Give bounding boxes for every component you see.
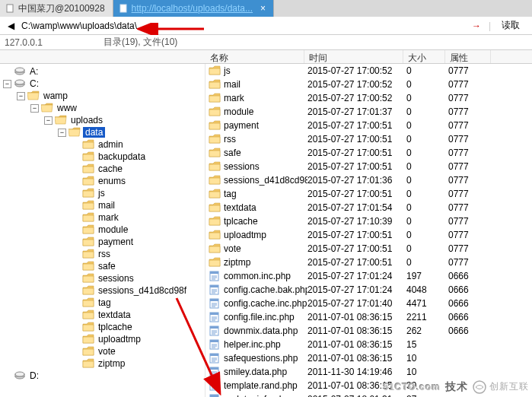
tree-node[interactable]: ziptmp — [0, 357, 205, 370]
file-row[interactable]: config.file.inc.php2011-07-01 08:36:1522… — [205, 310, 532, 324]
file-row[interactable]: update_info.php2015-07-27 18:01:3127 — [205, 392, 532, 397]
file-row[interactable]: template.rand.php2011-07-01 08:36:1539 — [205, 379, 532, 392]
tree-toggle — [72, 275, 80, 283]
tree-node[interactable]: admin — [0, 138, 205, 151]
tree-toggle — [72, 165, 80, 173]
tree-node[interactable]: js — [0, 187, 205, 199]
file-row[interactable]: sessions_d41d8cd98f2015-07-27 17:01:3600… — [205, 173, 532, 187]
svg-rect-108 — [210, 326, 218, 329]
file-time: 2015-07-27 17:00:52 — [307, 93, 406, 103]
col-size[interactable]: 大小 — [403, 50, 445, 63]
tree-node[interactable]: mail — [0, 199, 205, 211]
app-icon — [118, 3, 129, 14]
file-name: tplcache — [224, 216, 307, 227]
folder-icon — [209, 216, 221, 227]
tree-label: payment — [97, 237, 135, 247]
list-header: 名称 时间 大小 属性 — [0, 50, 532, 64]
folder-tree[interactable]: A:−C:−wamp−www−uploads−dataadminbackupda… — [0, 64, 205, 397]
folder-icon — [82, 334, 94, 345]
tree-node[interactable]: tag — [0, 297, 205, 309]
file-row[interactable]: vote2015-07-27 17:00:5100777 — [205, 242, 532, 256]
tree-toggle[interactable]: − — [3, 80, 11, 88]
file-row[interactable]: rss2015-07-27 17:00:5100777 — [205, 132, 532, 146]
svg-rect-31 — [83, 227, 94, 233]
file-time: 2015-07-27 17:00:51 — [307, 134, 406, 145]
tree-node[interactable]: −wamp — [0, 90, 205, 102]
tab-2[interactable]: http://localhost/uploads/data... × — [113, 0, 274, 17]
tree-node[interactable]: mark — [0, 211, 205, 224]
tree-node[interactable]: −C: — [0, 78, 205, 90]
file-row[interactable]: helper.inc.php2011-07-01 08:36:1515 — [205, 338, 532, 351]
tree-node[interactable]: payment — [0, 236, 205, 248]
tree-node[interactable]: −uploads — [0, 114, 205, 126]
col-name[interactable]: 名称 — [205, 50, 304, 63]
file-time: 2015-07-27 17:00:51 — [307, 189, 406, 199]
tree-node[interactable]: rss — [0, 248, 205, 260]
tree-node[interactable]: sessions — [0, 272, 205, 284]
tree-node[interactable]: −data — [0, 126, 205, 138]
file-name: ziptmp — [224, 257, 307, 268]
file-icon — [209, 394, 221, 397]
file-attr: 0777 — [448, 175, 494, 186]
file-row[interactable]: safequestions.php2011-07-01 08:36:1510 — [205, 351, 532, 365]
back-button[interactable]: ◀ — [5, 21, 17, 31]
file-row[interactable]: payment2015-07-27 17:00:5100777 — [205, 119, 532, 132]
tree-node[interactable]: D: — [0, 370, 205, 382]
read-button[interactable]: 读取 — [494, 19, 527, 32]
file-row[interactable]: tplcache2015-07-27 17:10:3900777 — [205, 214, 532, 228]
svg-rect-80 — [209, 219, 220, 225]
tree-toggle — [72, 299, 80, 307]
tree-node[interactable]: tplcache — [0, 321, 205, 333]
file-name: uploadtmp — [224, 230, 307, 240]
file-size: 0 — [406, 134, 448, 145]
file-row[interactable]: sessions2015-07-27 17:00:5100777 — [205, 160, 532, 173]
folder-icon — [82, 261, 94, 272]
svg-rect-74 — [209, 178, 220, 184]
file-row[interactable]: uploadtmp2015-07-27 17:00:5100777 — [205, 228, 532, 242]
tree-node[interactable]: uploadtmp — [0, 333, 205, 345]
drive-icon — [14, 370, 26, 381]
tree-toggle[interactable]: − — [58, 129, 66, 137]
tree-node[interactable]: module — [0, 224, 205, 236]
tree-node[interactable]: safe — [0, 260, 205, 272]
tree-node[interactable]: sessions_d41d8cd98f — [0, 284, 205, 297]
tree-node[interactable]: A: — [0, 65, 205, 78]
file-list[interactable]: js2015-07-27 17:00:5200777mail2015-07-27… — [205, 64, 532, 397]
folder-icon — [82, 200, 94, 211]
tab-1[interactable]: 中国菜刀@20100928 — [0, 0, 113, 17]
tree-toggle[interactable]: − — [44, 116, 53, 125]
file-row[interactable]: module2015-07-27 17:01:3700777 — [205, 105, 532, 119]
file-name: sessions — [224, 161, 307, 172]
file-row[interactable]: smiley.data.php2011-11-30 14:19:4610 — [205, 365, 532, 379]
file-row[interactable]: downmix.data.php2011-07-01 08:36:1526206… — [205, 324, 532, 338]
svg-rect-98 — [210, 299, 218, 301]
file-row[interactable]: common.inc.php2015-07-27 17:01:241970666 — [205, 269, 532, 283]
tree-node[interactable]: backupdata — [0, 151, 205, 163]
close-icon[interactable]: × — [260, 3, 266, 14]
file-row[interactable]: js2015-07-27 17:00:5200777 — [205, 64, 532, 78]
tree-node[interactable]: vote — [0, 345, 205, 357]
file-row[interactable]: config.cache.inc.php2015-07-27 17:01:404… — [205, 297, 532, 310]
tree-node[interactable]: cache — [0, 163, 205, 175]
tree-toggle[interactable]: − — [30, 104, 39, 113]
file-row[interactable]: textdata2015-07-27 17:01:5400777 — [205, 201, 532, 214]
tree-toggle[interactable]: − — [17, 92, 25, 100]
go-button[interactable]: → — [467, 21, 486, 31]
tree-node[interactable]: −www — [0, 102, 205, 114]
file-icon — [209, 326, 221, 336]
file-row[interactable]: mail2015-07-27 17:00:5200777 — [205, 78, 532, 91]
file-name: config.cache.bak.php — [224, 284, 307, 295]
svg-rect-1 — [120, 5, 126, 12]
drive-icon — [14, 78, 26, 89]
col-time[interactable]: 时间 — [304, 50, 403, 63]
tree-node[interactable]: textdata — [0, 309, 205, 321]
file-row[interactable]: config.cache.bak.php2015-07-27 17:01:244… — [205, 283, 532, 297]
path-input[interactable] — [20, 19, 464, 33]
col-attr[interactable]: 属性 — [445, 50, 491, 63]
tree-node[interactable]: enums — [0, 175, 205, 187]
file-row[interactable]: mark2015-07-27 17:00:5200777 — [205, 91, 532, 105]
file-row[interactable]: safe2015-07-27 17:00:5100777 — [205, 146, 532, 160]
file-row[interactable]: ziptmp2015-07-27 17:00:5100777 — [205, 256, 532, 269]
file-name: rss — [224, 134, 307, 145]
file-row[interactable]: tag2015-07-27 17:00:5100777 — [205, 187, 532, 201]
